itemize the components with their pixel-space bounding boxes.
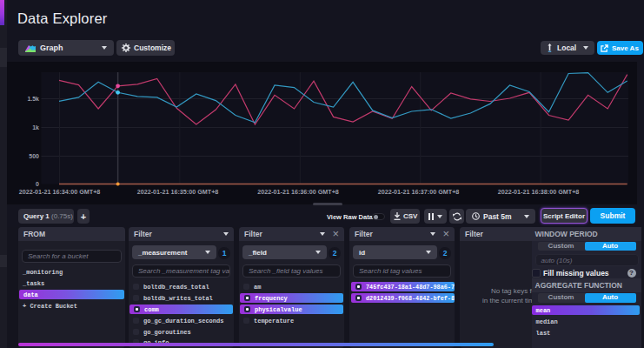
svg-text:2022-01-21 16:35:00 GMT+8: 2022-01-21 16:35:00 GMT+8	[137, 188, 219, 196]
svg-text:2022-01-21 16:34:00 GMT+8: 2022-01-21 16:34:00 GMT+8	[19, 188, 101, 196]
svg-text:1.5k: 1.5k	[27, 96, 39, 102]
svg-text:0: 0	[36, 181, 39, 187]
svg-text:500: 500	[29, 153, 39, 159]
svg-text:2022-01-21 16:37:00 GMT+8: 2022-01-21 16:37:00 GMT+8	[378, 188, 460, 196]
svg-text:1k: 1k	[32, 124, 39, 130]
svg-text:2022-01-21 16:36:00 GMT+8: 2022-01-21 16:36:00 GMT+8	[257, 188, 339, 196]
svg-text:2022-01-21 16:38:00 GMT+8: 2022-01-21 16:38:00 GMT+8	[498, 188, 580, 196]
